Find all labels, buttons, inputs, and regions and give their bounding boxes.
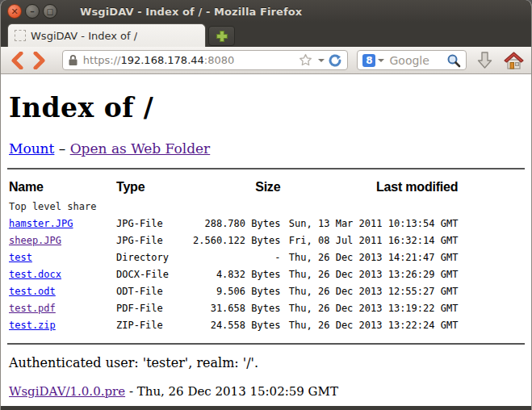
navigation-toolbar: https://192.168.178.44:8080 8 Google bbox=[1, 47, 531, 74]
file-link[interactable]: sheep.JPG bbox=[9, 235, 61, 246]
file-link[interactable]: test.zip bbox=[9, 320, 56, 331]
plus-icon bbox=[216, 30, 228, 43]
bottom-divider bbox=[7, 343, 525, 345]
file-size: 2.560.122 Bytes bbox=[193, 232, 280, 249]
file-size: - bbox=[193, 249, 280, 266]
browser-tab[interactable]: WsgiDAV - Index of / bbox=[7, 23, 206, 47]
file-modified: Fri, 08 Jul 2011 16:32:14 GMT bbox=[280, 232, 458, 249]
home-button[interactable] bbox=[503, 51, 525, 70]
share-caption-row: Top level share bbox=[9, 198, 458, 215]
table-header-row: Name Type Size Last modified bbox=[9, 177, 458, 198]
reload-icon[interactable] bbox=[328, 53, 342, 68]
new-tab-button[interactable] bbox=[208, 26, 235, 46]
server-footer: WsgiDAV/1.0.0.pre - Thu, 26 Dec 2013 15:… bbox=[9, 384, 525, 399]
table-row: test.docx DOCX-File 4.832 Bytes Thu, 26 … bbox=[9, 266, 458, 282]
back-chevron-icon bbox=[10, 52, 26, 69]
file-type: JPG-File bbox=[116, 232, 193, 249]
file-size: 288.780 Bytes bbox=[193, 215, 280, 232]
search-bar[interactable]: 8 Google bbox=[357, 50, 467, 70]
url-scheme: https:// bbox=[83, 54, 121, 66]
share-caption: Top level share bbox=[9, 198, 458, 215]
footer-timestamp: - Thu, 26 Dec 2013 15:02:59 GMT bbox=[125, 384, 338, 399]
forward-chevron-icon bbox=[31, 52, 47, 69]
search-placeholder: Google bbox=[389, 54, 446, 67]
page-content: Index of / Mount – Open as Web Folder Na… bbox=[1, 74, 531, 406]
file-type: Directory bbox=[116, 249, 193, 266]
file-link[interactable]: test.odt bbox=[9, 286, 56, 297]
file-size: 31.658 Bytes bbox=[193, 299, 280, 316]
column-header-last-modified: Last modified bbox=[280, 177, 458, 198]
file-modified: Thu, 26 Dec 2013 13:22:24 GMT bbox=[280, 316, 458, 333]
url-host: 192.168.178.44 bbox=[120, 54, 203, 66]
browser-window: ✕ – ◻ WsgiDAV - Index of / - Mozilla Fir… bbox=[0, 0, 532, 410]
download-arrow-icon bbox=[476, 51, 493, 69]
wsgidav-version-link[interactable]: WsgiDAV/1.0.0.pre bbox=[9, 384, 125, 399]
window-close-button[interactable]: ✕ bbox=[7, 4, 22, 19]
file-modified: Thu, 26 Dec 2013 12:55:27 GMT bbox=[280, 282, 458, 299]
url-port: :8080 bbox=[204, 54, 234, 66]
column-header-name: Name bbox=[9, 177, 116, 198]
table-row: hamster.JPG JPG-File 288.780 Bytes Sun, … bbox=[9, 215, 458, 232]
search-engine-icon[interactable]: 8 bbox=[362, 54, 375, 67]
file-link[interactable]: test.pdf bbox=[9, 303, 56, 314]
bookmark-dropdown-icon[interactable] bbox=[318, 59, 325, 62]
file-size: 24.558 Bytes bbox=[193, 316, 280, 333]
file-table-body: hamster.JPG JPG-File 288.780 Bytes Sun, … bbox=[9, 215, 458, 333]
file-type: ZIP-File bbox=[116, 316, 193, 333]
file-size: 4.832 Bytes bbox=[193, 266, 280, 282]
mount-link[interactable]: Mount bbox=[9, 140, 54, 157]
file-table: Name Type Size Last modified Top level s… bbox=[9, 177, 458, 333]
page-title: Index of / bbox=[9, 92, 525, 123]
home-icon bbox=[503, 51, 525, 70]
top-divider bbox=[7, 168, 525, 169]
tab-bar: WsgiDAV - Index of / bbox=[1, 23, 531, 47]
file-link[interactable]: test bbox=[9, 252, 32, 263]
tab-title: WsgiDAV - Index of / bbox=[31, 30, 137, 42]
search-engine-dropdown-icon[interactable] bbox=[378, 59, 384, 62]
open-web-folder-link[interactable]: Open as Web Folder bbox=[70, 140, 211, 157]
window-maximize-button[interactable]: ◻ bbox=[43, 4, 57, 19]
table-row: test.odt ODT-File 9.506 Bytes Thu, 26 De… bbox=[9, 282, 458, 299]
file-modified: Sun, 13 Mar 2011 10:13:54 GMT bbox=[280, 215, 458, 232]
file-modified: Thu, 26 Dec 2013 14:21:47 GMT bbox=[280, 249, 458, 266]
column-header-size: Size bbox=[193, 177, 280, 198]
url-bar[interactable]: https://192.168.178.44:8080 bbox=[62, 50, 349, 70]
auth-status: Authenticated user: 'tester', realm: '/'… bbox=[9, 355, 525, 370]
file-type: ODT-File bbox=[116, 282, 193, 299]
table-row: test.pdf PDF-File 31.658 Bytes Thu, 26 D… bbox=[9, 299, 458, 316]
bookmark-star-icon[interactable] bbox=[299, 53, 312, 67]
search-magnifier-icon[interactable] bbox=[446, 53, 461, 68]
file-type: JPG-File bbox=[116, 215, 193, 232]
tab-favicon-placeholder-icon bbox=[15, 30, 26, 41]
window-bottom-border bbox=[1, 406, 531, 410]
back-button[interactable] bbox=[7, 50, 28, 71]
column-header-type: Type bbox=[116, 177, 193, 198]
action-links: Mount – Open as Web Folder bbox=[9, 140, 525, 157]
file-link[interactable]: hamster.JPG bbox=[9, 218, 73, 229]
file-type: DOCX-File bbox=[116, 266, 193, 282]
titlebar: ✕ – ◻ WsgiDAV - Index of / - Mozilla Fir… bbox=[1, 0, 531, 23]
lock-icon bbox=[68, 54, 78, 66]
table-row: sheep.JPG JPG-File 2.560.122 Bytes Fri, … bbox=[9, 232, 458, 249]
downloads-button[interactable] bbox=[476, 51, 493, 69]
window-minimize-button[interactable]: – bbox=[25, 4, 40, 19]
url-text: https://192.168.178.44:8080 bbox=[83, 54, 300, 66]
file-modified: Thu, 26 Dec 2013 13:26:29 GMT bbox=[280, 266, 458, 282]
window-title: WsgiDAV - Index of / - Mozilla Firefox bbox=[80, 6, 302, 18]
forward-button[interactable] bbox=[28, 50, 49, 71]
file-type: PDF-File bbox=[116, 299, 193, 316]
table-row: test.zip ZIP-File 24.558 Bytes Thu, 26 D… bbox=[9, 316, 458, 333]
file-size: 9.506 Bytes bbox=[193, 282, 280, 299]
link-separator: – bbox=[59, 140, 66, 157]
file-modified: Thu, 26 Dec 2013 13:19:22 GMT bbox=[280, 299, 458, 316]
file-link[interactable]: test.docx bbox=[9, 269, 61, 280]
table-row: test Directory - Thu, 26 Dec 2013 14:21:… bbox=[9, 249, 458, 266]
